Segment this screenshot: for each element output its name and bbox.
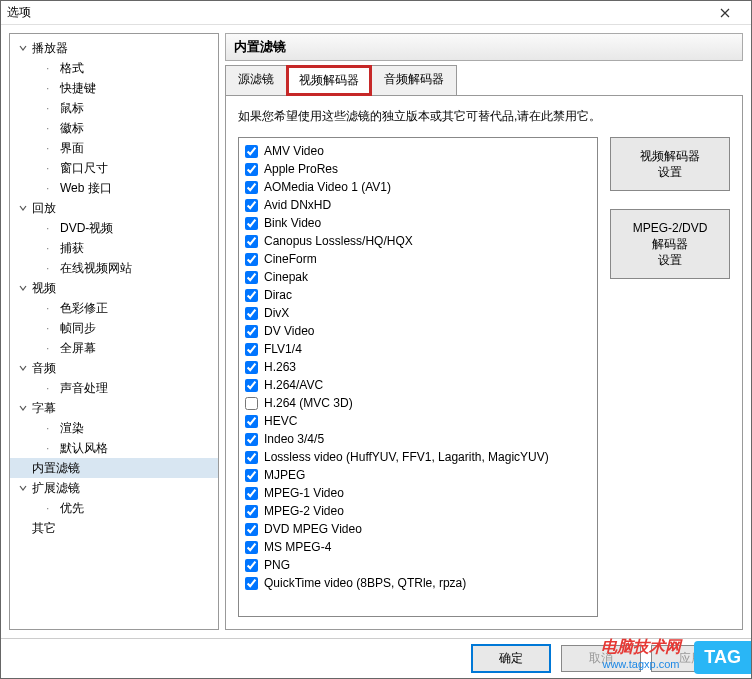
tree-item[interactable]: ·默认风格 <box>10 438 218 458</box>
codec-item[interactable]: Cinepak <box>243 268 593 286</box>
codec-item[interactable]: AOMedia Video 1 (AV1) <box>243 178 593 196</box>
codec-checkbox[interactable] <box>245 271 258 284</box>
tree-item[interactable]: ·鼠标 <box>10 98 218 118</box>
chevron-down-icon[interactable] <box>16 481 30 495</box>
codec-item[interactable]: Lossless video (HuffYUV, FFV1, Lagarith,… <box>243 448 593 466</box>
tree-item[interactable]: ·窗口尺寸 <box>10 158 218 178</box>
tree-item[interactable]: ·快捷键 <box>10 78 218 98</box>
tree-item[interactable]: ·色彩修正 <box>10 298 218 318</box>
codec-checkbox[interactable] <box>245 325 258 338</box>
tree-item[interactable]: ·捕获 <box>10 238 218 258</box>
tree-item[interactable]: ·全屏幕 <box>10 338 218 358</box>
codec-item[interactable]: Avid DNxHD <box>243 196 593 214</box>
codec-item[interactable]: MS MPEG-4 <box>243 538 593 556</box>
codec-item[interactable]: Indeo 3/4/5 <box>243 430 593 448</box>
apply-button[interactable]: 应用 <box>651 645 731 672</box>
tree-group[interactable]: 字幕 <box>10 398 218 418</box>
ok-button[interactable]: 确定 <box>471 644 551 673</box>
codec-checkbox[interactable] <box>245 505 258 518</box>
codec-item[interactable]: Canopus Lossless/HQ/HQX <box>243 232 593 250</box>
codec-label: MS MPEG-4 <box>264 539 331 555</box>
codec-checkbox[interactable] <box>245 289 258 302</box>
chevron-down-icon[interactable] <box>16 281 30 295</box>
decoder-settings-button[interactable]: MPEG-2/DVD解码器设置 <box>610 209 730 279</box>
codec-item[interactable]: Bink Video <box>243 214 593 232</box>
tree-group[interactable]: 播放器 <box>10 38 218 58</box>
tree-group[interactable]: 回放 <box>10 198 218 218</box>
tree-group[interactable]: 其它 <box>10 518 218 538</box>
codec-checkbox[interactable] <box>245 523 258 536</box>
tree-group-label: 内置滤镜 <box>32 460 80 476</box>
codec-item[interactable]: HEVC <box>243 412 593 430</box>
codec-item[interactable]: MPEG-1 Video <box>243 484 593 502</box>
codec-checkbox[interactable] <box>245 361 258 374</box>
tree-group-label: 音频 <box>32 360 56 376</box>
codec-label: DV Video <box>264 323 314 339</box>
chevron-down-icon[interactable] <box>16 401 30 415</box>
tree-item[interactable]: ·格式 <box>10 58 218 78</box>
codec-checkbox[interactable] <box>245 397 258 410</box>
tree-connector-icon: · <box>46 60 54 76</box>
tree-item[interactable]: ·在线视频网站 <box>10 258 218 278</box>
category-tree[interactable]: 播放器·格式·快捷键·鼠标·徽标·界面·窗口尺寸·Web 接口回放·DVD-视频… <box>9 33 219 630</box>
tab[interactable]: 源滤镜 <box>225 65 287 95</box>
tree-item[interactable]: ·声音处理 <box>10 378 218 398</box>
codec-checkbox[interactable] <box>245 235 258 248</box>
codec-item[interactable]: PNG <box>243 556 593 574</box>
cancel-button[interactable]: 取消 <box>561 645 641 672</box>
codec-checkbox[interactable] <box>245 253 258 266</box>
chevron-down-icon[interactable] <box>16 41 30 55</box>
codec-item[interactable]: AMV Video <box>243 142 593 160</box>
codec-item[interactable]: H.263 <box>243 358 593 376</box>
codec-item[interactable]: FLV1/4 <box>243 340 593 358</box>
codec-checkbox[interactable] <box>245 199 258 212</box>
tab[interactable]: 视频解码器 <box>286 65 372 96</box>
tree-item[interactable]: ·Web 接口 <box>10 178 218 198</box>
tree-item[interactable]: ·界面 <box>10 138 218 158</box>
tree-item[interactable]: ·徽标 <box>10 118 218 138</box>
codec-checkbox[interactable] <box>245 541 258 554</box>
codec-checkbox[interactable] <box>245 415 258 428</box>
codec-checkbox[interactable] <box>245 451 258 464</box>
codec-item[interactable]: Apple ProRes <box>243 160 593 178</box>
tree-group[interactable]: 扩展滤镜 <box>10 478 218 498</box>
codec-item[interactable]: QuickTime video (8BPS, QTRle, rpza) <box>243 574 593 592</box>
codec-item[interactable]: H.264/AVC <box>243 376 593 394</box>
codec-item[interactable]: CineForm <box>243 250 593 268</box>
decoder-settings-button[interactable]: 视频解码器设置 <box>610 137 730 191</box>
tree-connector-icon: · <box>46 240 54 256</box>
codec-checkbox[interactable] <box>245 217 258 230</box>
chevron-down-icon[interactable] <box>16 361 30 375</box>
tree-item[interactable]: ·DVD-视频 <box>10 218 218 238</box>
codec-label: QuickTime video (8BPS, QTRle, rpza) <box>264 575 466 591</box>
codec-item[interactable]: Dirac <box>243 286 593 304</box>
tree-group[interactable]: 内置滤镜 <box>10 458 218 478</box>
codec-item[interactable]: MPEG-2 Video <box>243 502 593 520</box>
codec-list[interactable]: AMV VideoApple ProResAOMedia Video 1 (AV… <box>238 137 598 617</box>
codec-checkbox[interactable] <box>245 433 258 446</box>
button-label-line: 解码器 <box>652 237 688 251</box>
codec-checkbox[interactable] <box>245 343 258 356</box>
close-button[interactable] <box>705 1 745 25</box>
codec-item[interactable]: DivX <box>243 304 593 322</box>
tree-item[interactable]: ·渲染 <box>10 418 218 438</box>
codec-checkbox[interactable] <box>245 559 258 572</box>
codec-checkbox[interactable] <box>245 379 258 392</box>
codec-checkbox[interactable] <box>245 163 258 176</box>
codec-checkbox[interactable] <box>245 469 258 482</box>
tree-item[interactable]: ·优先 <box>10 498 218 518</box>
tree-group[interactable]: 音频 <box>10 358 218 378</box>
tab[interactable]: 音频解码器 <box>371 65 457 95</box>
codec-checkbox[interactable] <box>245 307 258 320</box>
codec-checkbox[interactable] <box>245 577 258 590</box>
chevron-down-icon[interactable] <box>16 201 30 215</box>
codec-item[interactable]: MJPEG <box>243 466 593 484</box>
codec-checkbox[interactable] <box>245 181 258 194</box>
tree-group[interactable]: 视频 <box>10 278 218 298</box>
codec-item[interactable]: H.264 (MVC 3D) <box>243 394 593 412</box>
tree-item[interactable]: ·帧同步 <box>10 318 218 338</box>
codec-item[interactable]: DVD MPEG Video <box>243 520 593 538</box>
codec-item[interactable]: DV Video <box>243 322 593 340</box>
codec-checkbox[interactable] <box>245 487 258 500</box>
codec-checkbox[interactable] <box>245 145 258 158</box>
